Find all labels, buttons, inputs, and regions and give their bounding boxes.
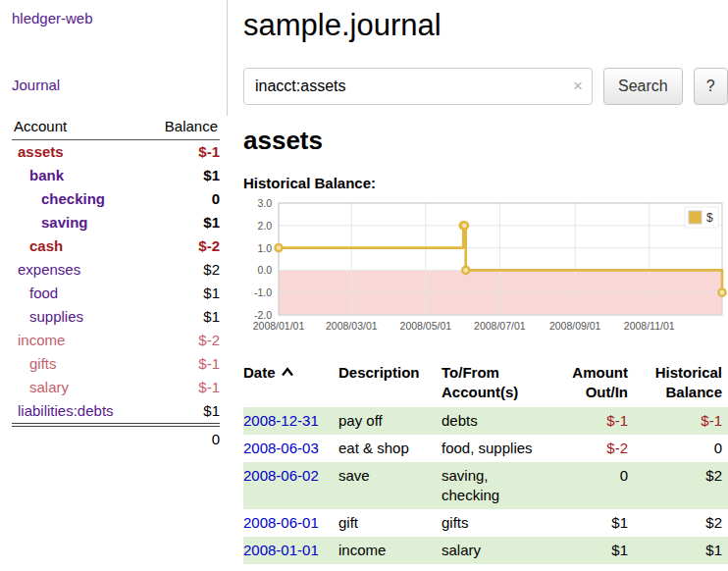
- transaction-amount: $-1: [546, 407, 634, 435]
- svg-text:2008/09/01: 2008/09/01: [549, 320, 601, 332]
- account-link[interactable]: food: [29, 285, 58, 301]
- account-balance: $-1: [145, 352, 220, 376]
- account-balance: 0: [145, 187, 220, 211]
- transaction-date-link[interactable]: 2008-01-01: [243, 542, 319, 558]
- svg-text:3.0: 3.0: [257, 197, 272, 209]
- account-link[interactable]: income: [18, 332, 65, 348]
- transaction-description: pay off: [338, 407, 442, 435]
- account-balance: $1: [145, 305, 220, 329]
- account-heading: assets: [243, 126, 728, 156]
- help-button[interactable]: ?: [694, 68, 728, 105]
- search-input[interactable]: [243, 68, 593, 105]
- transaction-date-link[interactable]: 2008-06-02: [243, 467, 319, 484]
- sidebar-item-journal[interactable]: Journal: [12, 77, 60, 93]
- account-row: income $-2: [12, 329, 220, 352]
- account-link[interactable]: bank: [29, 167, 64, 183]
- accounts-total-balance: 0: [145, 425, 220, 451]
- register-header-row: Date Description To/From Account(s) Amou…: [243, 360, 728, 407]
- chart-container: 3.02.01.00.0-1.0-2.02008/01/012008/03/01…: [243, 197, 728, 346]
- page-title: sample.journal: [243, 8, 728, 43]
- chart-section-label: Historical Balance:: [243, 175, 728, 191]
- account-balance: $1: [145, 399, 220, 425]
- register-header-description: Description: [338, 360, 442, 407]
- account-row: liabilities:debts $1: [12, 399, 220, 425]
- account-balance: $-1: [145, 140, 220, 165]
- transaction-amount: 0: [546, 462, 634, 509]
- historical-balance-chart: 3.02.01.00.0-1.0-2.02008/01/012008/03/01…: [243, 197, 728, 342]
- transaction-balance: 0: [634, 435, 728, 462]
- account-row: checking 0: [12, 187, 220, 211]
- sidebar-nav: Journal: [12, 27, 220, 94]
- transaction-description: income: [338, 537, 442, 564]
- svg-text:2008/05/01: 2008/05/01: [400, 320, 452, 332]
- svg-text:$: $: [706, 211, 713, 225]
- accounts-header-account: Account: [12, 114, 145, 140]
- date-header-label: Date: [243, 364, 276, 381]
- register-table: Date Description To/From Account(s) Amou…: [243, 360, 728, 564]
- search-button[interactable]: Search: [603, 68, 683, 105]
- account-row: supplies $1: [12, 305, 220, 329]
- svg-text:2.0: 2.0: [257, 220, 272, 232]
- transaction-amount: $-2: [546, 435, 634, 462]
- register-header-accounts: To/From Account(s): [442, 360, 546, 407]
- transaction-balance: $2: [634, 509, 728, 537]
- svg-text:2008/01/01: 2008/01/01: [253, 320, 305, 332]
- account-link[interactable]: checking: [41, 190, 105, 207]
- account-link[interactable]: liabilities:debts: [18, 402, 114, 419]
- transaction-accounts: salary: [442, 537, 546, 564]
- account-row: salary $-1: [12, 376, 220, 399]
- accounts-header-balance: Balance: [145, 114, 220, 140]
- register-header-date[interactable]: Date: [243, 360, 338, 407]
- sort-ascending-icon: [281, 367, 294, 377]
- account-row: gifts $-1: [12, 352, 220, 376]
- transaction-balance: $-1: [634, 407, 728, 435]
- app-title-link[interactable]: hledger-web: [12, 10, 93, 26]
- account-balance: $1: [145, 164, 220, 187]
- register-row: 2008-12-31 pay off debts $-1 $-1: [243, 407, 728, 435]
- account-link[interactable]: assets: [18, 143, 64, 160]
- main-content: sample.journal × Search ? assets Histori…: [243, 0, 728, 564]
- register-row: 2008-06-01 gift gifts $1 $2: [243, 509, 728, 537]
- transaction-date-link[interactable]: 2008-12-31: [243, 412, 319, 429]
- account-link[interactable]: expenses: [18, 261, 80, 278]
- accounts-total-row: 0: [12, 425, 220, 451]
- account-balance: $-1: [145, 376, 220, 399]
- search-box: ×: [243, 68, 593, 105]
- sidebar: hledger-web Journal Account Balance asse…: [0, 0, 232, 461]
- svg-text:1.0: 1.0: [257, 242, 272, 254]
- account-row: bank $1: [12, 164, 220, 187]
- transaction-accounts: food, supplies: [442, 435, 546, 462]
- svg-text:0.0: 0.0: [257, 264, 272, 276]
- account-balance: $2: [145, 258, 220, 282]
- account-balance: $1: [145, 282, 220, 305]
- transaction-amount: $1: [546, 537, 634, 564]
- account-link[interactable]: supplies: [29, 308, 83, 325]
- account-row: cash $-2: [12, 234, 220, 258]
- register-row: 2008-01-01 income salary $1 $1: [243, 537, 728, 564]
- svg-text:-1.0: -1.0: [254, 286, 272, 298]
- transaction-accounts: debts: [442, 407, 546, 435]
- clear-search-icon[interactable]: ×: [573, 77, 583, 96]
- register-row: 2008-06-03 eat & shop food, supplies $-2…: [243, 435, 728, 462]
- account-row: expenses $2: [12, 258, 220, 282]
- svg-text:2008/03/01: 2008/03/01: [326, 320, 378, 332]
- transaction-date-link[interactable]: 2008-06-03: [243, 440, 319, 456]
- accounts-total-spacer: [12, 425, 145, 451]
- transaction-balance: $1: [634, 537, 728, 564]
- accounts-table: Account Balance assets $-1 bank $1 check…: [12, 114, 220, 451]
- svg-text:2008/11/01: 2008/11/01: [624, 320, 675, 332]
- account-link[interactable]: cash: [29, 237, 63, 254]
- transaction-accounts: gifts: [442, 509, 546, 537]
- accounts-header-row: Account Balance: [12, 114, 220, 140]
- account-link[interactable]: gifts: [29, 355, 57, 372]
- transaction-date-link[interactable]: 2008-06-01: [243, 514, 319, 531]
- account-link[interactable]: salary: [29, 379, 69, 395]
- transaction-description: eat & shop: [338, 435, 442, 462]
- account-balance: $1: [145, 211, 220, 234]
- account-link[interactable]: saving: [41, 214, 88, 231]
- register-table-body: 2008-12-31 pay off debts $-1 $-1 2008-06…: [243, 407, 728, 564]
- register-header-balance: Historical Balance: [634, 360, 728, 407]
- account-row: saving $1: [12, 211, 220, 234]
- transaction-description: save: [338, 462, 442, 509]
- transaction-description: gift: [338, 509, 442, 537]
